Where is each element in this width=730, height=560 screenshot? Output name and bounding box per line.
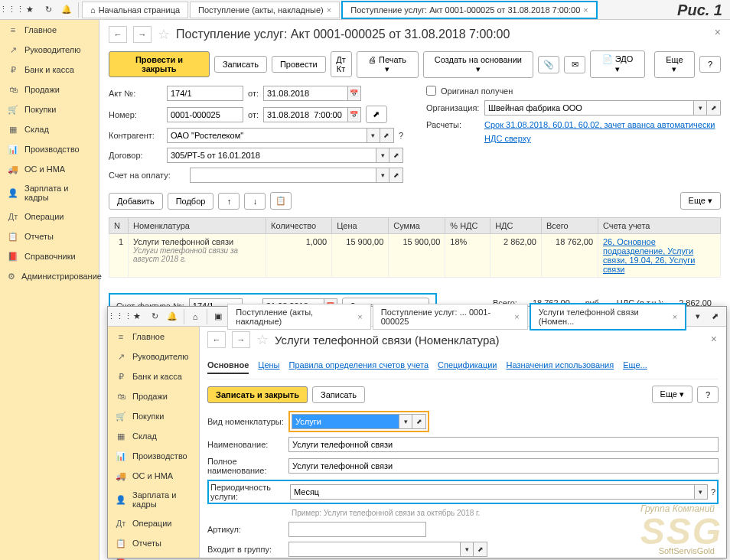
dropdown-icon[interactable]: ▾ bbox=[367, 128, 380, 143]
open-icon[interactable]: ⬈ bbox=[412, 414, 426, 429]
col-nds-pct[interactable]: % НДС bbox=[445, 218, 490, 234]
post-close-button[interactable]: Провести и закрыть bbox=[109, 51, 210, 77]
open-icon[interactable]: ⬈ bbox=[474, 542, 487, 557]
sidebar-item-reports[interactable]: 📋Отчеты bbox=[0, 226, 99, 246]
windows-icon[interactable]: ▣ bbox=[210, 308, 226, 325]
dt-kt-button[interactable]: ДтКт bbox=[331, 51, 352, 77]
sidebar-item-admin[interactable]: ⚙Администрирование bbox=[0, 266, 99, 286]
tab-spec[interactable]: Спецификации bbox=[438, 360, 497, 374]
sidebar-item-assets[interactable]: 🚚ОС и НМА bbox=[0, 159, 99, 179]
col-price[interactable]: Цена bbox=[332, 218, 389, 234]
name-input[interactable] bbox=[288, 437, 719, 452]
close-icon[interactable]: × bbox=[357, 312, 362, 321]
type-input[interactable] bbox=[292, 414, 399, 429]
save-close-button[interactable]: Записать и закрыть bbox=[207, 386, 308, 403]
print-button[interactable]: 🖨 Печать ▾ bbox=[357, 51, 419, 78]
sidebar-item-assets[interactable]: 🚚ОС и НМА bbox=[108, 466, 199, 486]
raschety-link[interactable]: Срок 31.08.2018, 60.01, 60.02, зачет ава… bbox=[484, 120, 715, 129]
calendar-icon[interactable]: 📅 bbox=[347, 86, 361, 101]
original-checkbox[interactable] bbox=[426, 86, 436, 96]
close-icon[interactable]: × bbox=[673, 312, 677, 321]
close-doc-button[interactable]: × bbox=[711, 333, 717, 345]
move-up-button[interactable]: ↑ bbox=[218, 193, 240, 210]
akt-input[interactable] bbox=[167, 86, 243, 101]
post-button[interactable]: Провести bbox=[272, 56, 326, 73]
col-n[interactable]: N bbox=[109, 218, 129, 234]
bell-icon[interactable]: 🔔 bbox=[165, 308, 181, 325]
tab-home[interactable]: ⌂ Начальная страница bbox=[82, 2, 188, 18]
history-icon[interactable]: ↻ bbox=[147, 308, 163, 325]
bell-icon[interactable]: 🔔 bbox=[58, 2, 75, 18]
tab-prices[interactable]: Цены bbox=[258, 360, 279, 374]
calendar-icon[interactable]: 📅 bbox=[347, 107, 361, 122]
dropdown-icon[interactable]: ▾ bbox=[460, 542, 474, 557]
col-total[interactable]: Всего bbox=[541, 218, 598, 234]
sidebar-item-sales[interactable]: 🛍Продажи bbox=[108, 386, 199, 406]
full-input[interactable] bbox=[288, 458, 719, 474]
create-based-button[interactable]: Создать на основании ▾ bbox=[423, 51, 534, 78]
favorite-icon[interactable]: ☆ bbox=[256, 331, 269, 348]
save-button[interactable]: Записать bbox=[214, 56, 267, 73]
save-button[interactable]: Записать bbox=[312, 386, 365, 403]
edo-button[interactable]: 📄 ЭДО ▾ bbox=[590, 50, 645, 78]
open-icon[interactable]: ⬈ bbox=[707, 308, 723, 325]
more-button[interactable]: Еще ▾ bbox=[654, 51, 695, 78]
tab-rules[interactable]: Правила определения счетов учета bbox=[289, 360, 429, 374]
open-icon[interactable]: ⬈ bbox=[707, 100, 721, 116]
forward-button[interactable]: → bbox=[133, 26, 152, 43]
group-input[interactable] bbox=[288, 542, 460, 557]
col-qty[interactable]: Количество bbox=[266, 218, 332, 234]
sidebar-item-production[interactable]: 📊Производство bbox=[0, 139, 99, 159]
close-icon[interactable]: × bbox=[514, 312, 519, 321]
col-nomenclature[interactable]: Номенклатура bbox=[129, 218, 266, 234]
dropdown-icon[interactable]: ▾ bbox=[376, 168, 389, 183]
col-sum[interactable]: Сумма bbox=[389, 218, 445, 234]
add-button[interactable]: Добавить bbox=[109, 193, 163, 210]
sidebar-item-sales[interactable]: 🛍Продажи bbox=[0, 80, 99, 99]
help-button[interactable]: ? bbox=[699, 56, 721, 73]
sidebar-item-salary[interactable]: 👤Зарплата и кадры bbox=[108, 486, 199, 513]
col-accounts[interactable]: Счета учета bbox=[598, 218, 721, 234]
sidebar-item-purchases[interactable]: 🛒Покупки bbox=[0, 99, 99, 119]
sidebar-item-bank[interactable]: ₽Банк и касса bbox=[108, 366, 199, 386]
close-icon[interactable]: × bbox=[327, 5, 331, 15]
sidebar-item-manager[interactable]: ↗Руководителю bbox=[108, 347, 199, 366]
sidebar-item-salary[interactable]: 👤Зарплата и кадры bbox=[0, 179, 99, 207]
kontragent-input[interactable] bbox=[167, 128, 367, 143]
sidebar-item-operations[interactable]: ДтОперации bbox=[108, 513, 199, 533]
tab-current-doc[interactable]: Поступление услуг: Акт 0001-000025 от 31… bbox=[341, 1, 597, 19]
dropdown-icon[interactable]: ▾ bbox=[376, 148, 389, 163]
home-icon[interactable]: ⌂ bbox=[187, 308, 204, 325]
col-nds[interactable]: НДС bbox=[490, 218, 542, 234]
help-button[interactable]: ? bbox=[697, 386, 719, 403]
open-icon[interactable]: ⬈ bbox=[389, 148, 403, 163]
copy-button[interactable]: 📋 bbox=[270, 192, 292, 210]
sidebar-item-reports[interactable]: 📋Отчеты bbox=[108, 533, 199, 553]
tab-receipts[interactable]: Поступление (акты, накладные) × bbox=[190, 2, 340, 18]
apps-icon[interactable]: ⋮⋮⋮ bbox=[3, 2, 20, 18]
dropdown-icon[interactable]: ▾ bbox=[399, 414, 412, 429]
sidebar-item-purchases[interactable]: 🛒Покупки bbox=[108, 406, 199, 426]
sidebar-item-main[interactable]: ≡Главное bbox=[0, 20, 99, 40]
akt-date-input[interactable] bbox=[263, 86, 347, 101]
sidebar-item-references[interactable]: 📕Справочники bbox=[108, 553, 199, 560]
help-icon[interactable]: ? bbox=[711, 487, 715, 497]
help-icon[interactable]: ? bbox=[399, 131, 403, 140]
tab-main[interactable]: Основное bbox=[207, 360, 249, 374]
dogovor-input[interactable] bbox=[167, 148, 376, 163]
close-icon[interactable]: × bbox=[583, 5, 588, 15]
schet-oplata-input[interactable] bbox=[190, 168, 376, 183]
tab-doc[interactable]: Поступление услуг: ... 0001-000025× bbox=[373, 304, 528, 330]
nomer-input[interactable] bbox=[167, 107, 243, 122]
attach-button[interactable]: 📎 bbox=[538, 56, 559, 73]
tab-more[interactable]: Еще... bbox=[623, 360, 647, 374]
open-icon[interactable]: ⬈ bbox=[380, 128, 394, 143]
dropdown-icon[interactable]: ▾ bbox=[694, 484, 708, 500]
nomer-date-input[interactable] bbox=[263, 107, 347, 122]
sidebar-item-manager[interactable]: ↗Руководителю bbox=[0, 40, 99, 60]
star-icon[interactable]: ★ bbox=[21, 2, 38, 18]
favorite-icon[interactable]: ☆ bbox=[158, 26, 170, 43]
org-input[interactable] bbox=[484, 100, 693, 116]
select-button[interactable]: Подбор bbox=[168, 193, 214, 210]
sidebar-item-references[interactable]: 📕Справочники bbox=[0, 246, 99, 266]
